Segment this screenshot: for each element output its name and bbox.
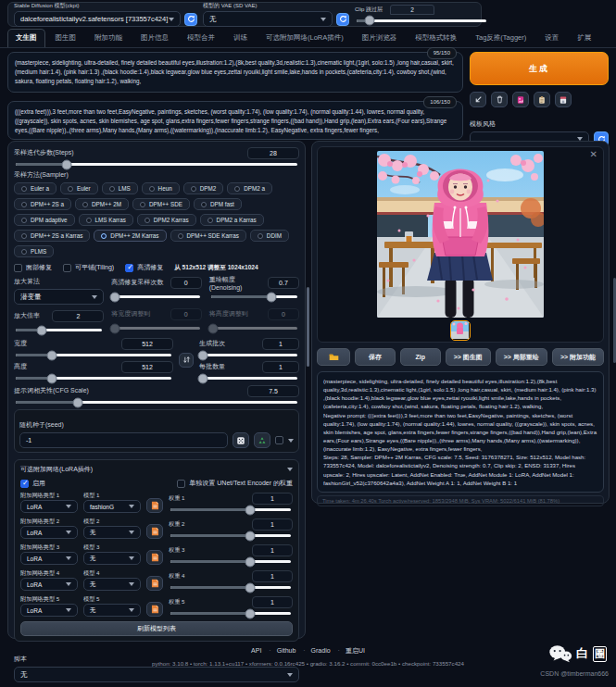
sampler-dpmpp-sde[interactable]: DPM++ SDE xyxy=(132,198,190,210)
gallery-thumbnail[interactable] xyxy=(450,320,471,341)
steps-value[interactable]: 28 xyxy=(247,147,299,159)
tab-txt2img[interactable]: 文生图 xyxy=(7,29,45,47)
sampler-dpm-adaptive[interactable]: DPM adaptive xyxy=(14,214,75,226)
random-seed-button[interactable] xyxy=(233,432,249,448)
batch-size-value[interactable]: 1 xyxy=(262,361,299,373)
extra-seed-checkbox[interactable] xyxy=(275,436,283,444)
resize-height-value[interactable]: 0 xyxy=(268,308,299,320)
github-link[interactable]: Github xyxy=(277,647,306,654)
batch-count-slider[interactable] xyxy=(201,354,297,356)
tab-train[interactable]: 训练 xyxy=(225,29,256,47)
reload-ui-link[interactable]: 重启UI xyxy=(346,647,365,654)
send-to-inpaint-button[interactable]: >> 局部重绘 xyxy=(496,348,547,366)
steps-slider[interactable] xyxy=(16,163,297,166)
hires-steps-slider[interactable] xyxy=(113,295,199,298)
tab-settings[interactable]: 设置 xyxy=(536,29,567,47)
height-slider[interactable] xyxy=(16,377,171,380)
height-value[interactable]: 512 xyxy=(121,361,173,373)
width-slider[interactable] xyxy=(16,354,171,356)
tab-extras[interactable]: 附加功能 xyxy=(86,29,131,47)
lora-weight-value-2[interactable]: 1 xyxy=(252,518,293,531)
tab-image-browser[interactable]: 图片浏览器 xyxy=(354,29,406,47)
resize-width-slider[interactable] xyxy=(113,327,199,330)
lora-model-dropdown-3[interactable]: 无 xyxy=(83,552,141,565)
negative-prompt-input[interactable]: 106/150 (((extra feet))),3 feet,more tha… xyxy=(7,101,463,140)
save-style-button[interactable] xyxy=(555,92,572,107)
tab-tagger[interactable]: Tag反推(Tagger) xyxy=(467,29,534,47)
clip-skip-value[interactable]: 2 xyxy=(390,5,434,15)
lora-model-dropdown-1[interactable]: fashionG xyxy=(83,500,141,513)
tab-img2img[interactable]: 图生图 xyxy=(47,29,85,47)
sampler-plms[interactable]: PLMS xyxy=(14,245,54,257)
read-params-button[interactable] xyxy=(470,92,486,107)
sampler-dpmpp-2s-a[interactable]: DPM++ 2S a xyxy=(14,198,71,210)
lora-weight-value-4[interactable]: 1 xyxy=(252,570,293,582)
send-to-img2img-button[interactable]: >> 图生图 xyxy=(446,348,491,366)
lora-weight-value-3[interactable]: 1 xyxy=(252,544,293,556)
model-select[interactable]: dalceforealistictailyv2.safetensors [733… xyxy=(14,11,181,27)
upscale-by-value[interactable]: 2 xyxy=(52,310,104,322)
hires-fix-checkbox[interactable]: 高清修复 xyxy=(125,263,163,272)
gradio-link[interactable]: Gradio xyxy=(311,647,340,654)
lora-info-button-1[interactable] xyxy=(146,498,163,513)
script-dropdown[interactable]: 无 xyxy=(14,667,299,682)
lora-info-button-4[interactable] xyxy=(146,576,163,591)
sampler-lms[interactable]: LMS xyxy=(102,182,138,194)
lora-weight-slider-3[interactable] xyxy=(170,560,291,563)
clip-skip-slider[interactable] xyxy=(357,19,486,22)
sampler-euler[interactable]: Euler xyxy=(60,182,98,194)
sampler-dpmpp-sde-karras[interactable]: DPM++ SDE Karras xyxy=(170,230,246,242)
cfg-scale-slider[interactable] xyxy=(16,401,297,404)
clear-prompt-button[interactable] xyxy=(491,92,508,107)
upscaler-dropdown[interactable]: 潜变量 xyxy=(14,289,104,305)
denoising-slider[interactable] xyxy=(211,295,297,298)
send-to-extras-button[interactable]: >> 附加功能 xyxy=(552,348,604,366)
close-icon[interactable]: ✕ xyxy=(590,149,597,159)
lora-weight-slider-1[interactable] xyxy=(170,508,291,511)
hires-steps-value[interactable]: 0 xyxy=(170,277,202,289)
save-button[interactable]: 保存 xyxy=(355,348,396,366)
apply-style-button[interactable] xyxy=(534,92,550,107)
resize-width-value[interactable]: 0 xyxy=(170,308,202,320)
generated-image[interactable] xyxy=(377,151,544,318)
denoising-value[interactable]: 0.7 xyxy=(268,277,299,289)
sampler-lms-karras[interactable]: LMS Karras xyxy=(79,214,133,226)
lora-model-dropdown-2[interactable]: 无 xyxy=(83,526,141,539)
lora-type-dropdown-3[interactable]: LoRA xyxy=(20,552,78,565)
lora-model-dropdown-5[interactable]: 无 xyxy=(83,604,141,617)
zip-button[interactable]: Zip xyxy=(400,348,441,366)
sampler-dpm2-a-karras[interactable]: DPM2 a Karras xyxy=(200,214,264,226)
batch-size-slider[interactable] xyxy=(201,377,297,380)
upscale-by-slider[interactable] xyxy=(16,329,102,331)
tab-model-converter[interactable]: 模型格式转换 xyxy=(407,29,465,47)
lora-weight-value-1[interactable]: 1 xyxy=(252,493,293,505)
vae-select[interactable]: 无 xyxy=(203,11,333,27)
lora-separate-weights-checkbox[interactable]: 单独设置 UNet/Text Encoder 的权重 xyxy=(177,479,293,488)
lora-type-dropdown-5[interactable]: LoRA xyxy=(20,604,78,617)
sampler-dpm2-a[interactable]: DPM2 a xyxy=(227,182,272,194)
sampler-dpm-fast[interactable]: DPM fast xyxy=(194,198,242,210)
sampler-ddim[interactable]: DDIM xyxy=(250,230,289,242)
tiling-checkbox[interactable]: 可平铺(Tiling) xyxy=(63,263,114,272)
lora-info-button-3[interactable] xyxy=(146,550,163,565)
lora-weight-value-5[interactable]: 1 xyxy=(252,596,293,608)
vae-refresh-button[interactable] xyxy=(336,13,349,26)
tab-checkpoint-merger[interactable]: 模型合并 xyxy=(179,29,223,47)
lora-weight-slider-2[interactable] xyxy=(170,534,291,537)
extra-networks-button[interactable] xyxy=(512,92,529,107)
lora-type-dropdown-4[interactable]: LoRA xyxy=(20,578,78,591)
width-value[interactable]: 512 xyxy=(121,338,173,350)
sampler-dpmpp-2m[interactable]: DPM++ 2M xyxy=(75,198,129,210)
sampler-dpmpp-2s-a-karras[interactable]: DPM++ 2S a Karras xyxy=(14,230,90,242)
collapse-icon[interactable] xyxy=(287,468,293,471)
generate-button[interactable]: 生成 xyxy=(470,52,609,85)
tab-png-info[interactable]: 图片信息 xyxy=(132,29,177,47)
sampler-heun[interactable]: Heun xyxy=(142,182,180,194)
lora-model-dropdown-4[interactable]: 无 xyxy=(83,578,141,591)
api-link[interactable]: API xyxy=(251,647,271,654)
seed-input[interactable]: -1 xyxy=(19,432,228,448)
restore-faces-checkbox[interactable]: 面部修复 xyxy=(14,263,52,272)
column-scrollbar[interactable] xyxy=(307,287,309,367)
lora-weight-slider-4[interactable] xyxy=(170,586,291,589)
tab-extensions[interactable]: 扩展 xyxy=(569,29,599,47)
